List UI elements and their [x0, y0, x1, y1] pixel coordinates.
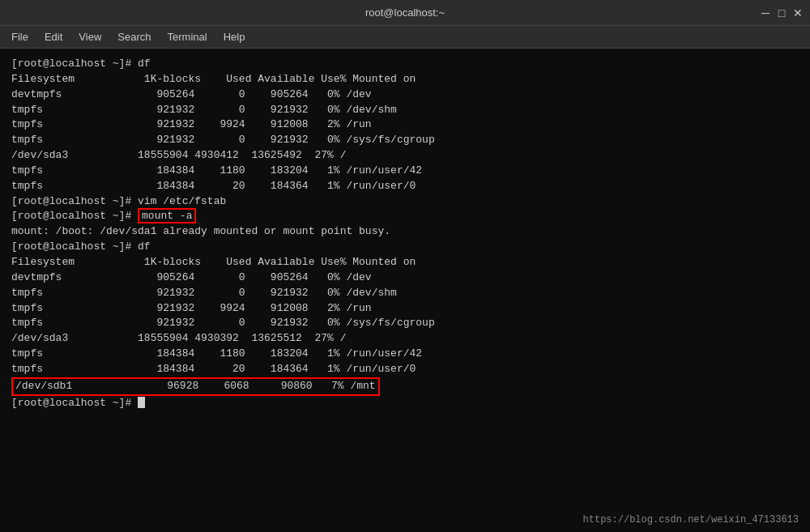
terminal-line: [root@localhost ~]# df [11, 240, 799, 255]
menubar: FileEditViewSearchTerminalHelp [0, 26, 810, 49]
terminal-line: tmpfs 184384 1180 183204 1% /run/user/42 [11, 164, 799, 179]
minimize-button[interactable]: ─ [760, 7, 771, 19]
menu-item-search[interactable]: Search [109, 28, 159, 46]
terminal-line: /dev/sda3 18555904 4930392 13625512 27% … [11, 331, 799, 347]
terminal: [root@localhost ~]# dfFilesystem 1K-bloc… [0, 49, 810, 532]
highlighted-command: mount -a [138, 208, 196, 223]
terminal-line: devtmpfs 905264 0 905264 0% /dev [11, 87, 799, 103]
close-button[interactable]: ✕ [792, 7, 804, 19]
window-title: root@localhost:~ [365, 6, 445, 19]
window-controls[interactable]: ─ □ ✕ [760, 7, 804, 19]
terminal-line: tmpfs 921932 0 921932 0% /dev/shm [11, 286, 799, 301]
menu-item-view[interactable]: View [70, 28, 109, 46]
menu-item-edit[interactable]: Edit [36, 28, 70, 46]
terminal-line: tmpfs 921932 0 921932 0% /sys/fs/cgroup [11, 133, 799, 148]
terminal-line: devtmpfs 905264 0 905264 0% /dev [11, 270, 799, 286]
terminal-line: tmpfs 921932 9924 912008 2% /run [11, 117, 799, 133]
terminal-line: /dev/sda3 18555904 4930412 13625492 27% … [11, 148, 799, 164]
terminal-line: mount: /boot: /dev/sda1 already mounted … [11, 224, 799, 240]
terminal-line: [root@localhost ~]# vim /etc/fstab [11, 194, 799, 210]
terminal-line: tmpfs 921932 0 921932 0% /sys/fs/cgroup [11, 316, 799, 331]
terminal-line: [root@localhost ~]# [11, 396, 799, 411]
menu-item-help[interactable]: Help [215, 28, 254, 46]
menu-item-file[interactable]: File [3, 28, 36, 46]
terminal-line: /dev/sdb1 96928 6068 90860 7% /mnt [11, 377, 799, 396]
terminal-line: tmpfs 184384 20 184364 1% /run/user/0 [11, 179, 799, 194]
terminal-line: tmpfs 921932 0 921932 0% /dev/shm [11, 103, 799, 118]
terminal-line: tmpfs 184384 20 184364 1% /run/user/0 [11, 362, 799, 377]
terminal-line: tmpfs 184384 1180 183204 1% /run/user/42 [11, 347, 799, 362]
terminal-line: Filesystem 1K-blocks Used Available Use%… [11, 255, 799, 270]
url-watermark: https://blog.csdn.net/weixin_47133613 [583, 513, 799, 527]
titlebar: root@localhost:~ ─ □ ✕ [0, 0, 810, 26]
terminal-line: tmpfs 921932 9924 912008 2% /run [11, 301, 799, 317]
highlighted-row: /dev/sdb1 96928 6068 90860 7% /mnt [11, 377, 380, 396]
maximize-button[interactable]: □ [776, 7, 787, 19]
terminal-line: Filesystem 1K-blocks Used Available Use%… [11, 72, 799, 87]
terminal-cursor [138, 397, 145, 408]
terminal-line: [root@localhost ~]# df [11, 57, 799, 72]
menu-item-terminal[interactable]: Terminal [160, 28, 215, 46]
terminal-line: [root@localhost ~]# mount -a [11, 209, 799, 224]
